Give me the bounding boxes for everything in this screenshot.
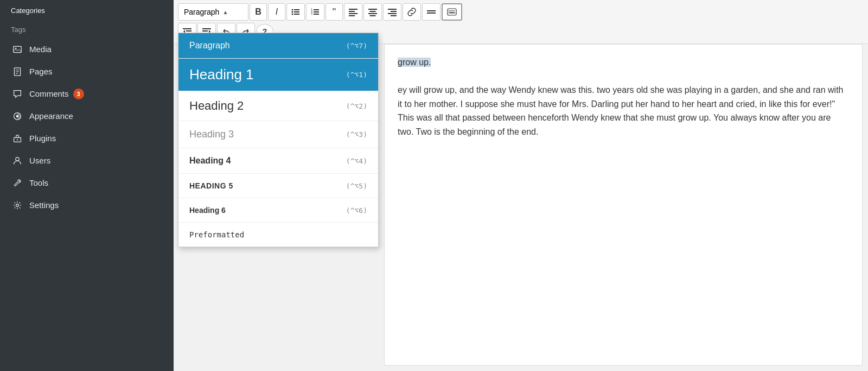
svg-rect-37	[427, 12, 436, 14]
svg-rect-30	[368, 13, 377, 14]
sidebar-item-plugins-label: Plugins	[29, 134, 56, 143]
blockquote-button[interactable]: "	[326, 3, 343, 21]
svg-rect-32	[388, 9, 397, 10]
sidebar-item-tools-label: Tools	[29, 178, 48, 187]
svg-point-1	[15, 48, 16, 49]
svg-rect-51	[202, 30, 208, 32]
unordered-list-button[interactable]	[286, 3, 305, 21]
svg-rect-47	[186, 30, 192, 32]
dropdown-item-paragraph[interactable]: Paragraph (^⌥7)	[178, 33, 378, 59]
sidebar-item-appearance[interactable]: Appearance	[0, 105, 174, 127]
italic-button[interactable]: I	[268, 3, 285, 21]
dropdown-item-heading2[interactable]: Heading 2 (^⌥2)	[178, 91, 378, 121]
editor-paragraph: grow up.	[398, 55, 849, 70]
sidebar-item-pages[interactable]: Pages	[0, 60, 174, 83]
dropdown-preformatted-label: Preformatted	[189, 230, 244, 239]
svg-point-12	[292, 9, 293, 11]
comments-badge: 3	[73, 89, 84, 99]
svg-point-16	[292, 14, 293, 15]
dropdown-heading3-label: Heading 3	[189, 129, 234, 140]
svg-rect-0	[14, 47, 21, 53]
svg-rect-21	[314, 11, 319, 12]
svg-rect-35	[391, 15, 397, 16]
svg-rect-25	[349, 11, 355, 12]
dropdown-heading2-label: Heading 2	[189, 99, 244, 113]
svg-rect-31	[370, 15, 376, 16]
highlighted-text: grow up.	[398, 58, 431, 67]
dropdown-heading6-shortcut: (^⌥6)	[346, 206, 367, 215]
svg-point-14	[292, 11, 293, 13]
ordered-list-button[interactable]: 1.2.3.	[306, 3, 324, 21]
users-icon	[11, 155, 24, 166]
svg-rect-29	[370, 11, 376, 12]
plugins-icon	[11, 133, 24, 144]
svg-rect-13	[294, 9, 299, 10]
svg-rect-23	[314, 14, 319, 15]
sidebar-section-tags[interactable]: Tags	[0, 19, 174, 38]
svg-rect-15	[294, 11, 299, 12]
format-dropdown-menu: Paragraph (^⌥7) Heading 1 (^⌥1) Heading …	[178, 33, 379, 247]
dropdown-arrow-icon: ▲	[222, 9, 228, 15]
appearance-icon	[11, 110, 24, 122]
align-left-button[interactable]	[344, 3, 362, 21]
svg-point-7	[16, 115, 19, 118]
sidebar-item-media-label: Media	[29, 45, 52, 54]
svg-rect-34	[388, 13, 397, 14]
sidebar-item-settings[interactable]: Settings	[0, 194, 174, 216]
dropdown-heading1-label: Heading 1	[189, 66, 254, 83]
svg-rect-26	[349, 13, 358, 14]
pages-icon	[11, 66, 24, 77]
dropdown-item-preformatted[interactable]: Preformatted	[178, 223, 378, 247]
dropdown-item-heading6[interactable]: Heading 6 (^⌥6)	[178, 198, 378, 223]
main-content: Paragraph ▲ B I 1.2.3. "	[174, 0, 868, 371]
sidebar-item-comments[interactable]: Comments 3	[0, 83, 174, 105]
link-button[interactable]	[403, 3, 421, 21]
editor-content-area[interactable]: grow up. ey will grow up, and the way We…	[384, 44, 863, 366]
svg-text:3.: 3.	[311, 12, 313, 15]
dropdown-heading6-label: Heading 6	[189, 206, 226, 215]
toolbar-row-1: Paragraph ▲ B I 1.2.3. "	[178, 3, 864, 21]
svg-rect-24	[349, 9, 358, 10]
paragraph-format-dropdown[interactable]: Paragraph ▲	[178, 3, 248, 21]
svg-rect-38	[448, 9, 456, 15]
sidebar-item-appearance-label: Appearance	[29, 111, 73, 121]
svg-rect-36	[427, 10, 436, 11]
comments-icon	[11, 88, 24, 99]
svg-rect-27	[349, 15, 355, 16]
sidebar-item-tools[interactable]: Tools	[0, 172, 174, 194]
dropdown-heading5-shortcut: (^⌥5)	[346, 182, 367, 190]
dropdown-paragraph-shortcut: (^⌥7)	[346, 42, 367, 50]
svg-rect-50	[202, 28, 211, 29]
settings-icon	[11, 199, 24, 211]
dropdown-heading4-shortcut: (^⌥4)	[346, 157, 367, 165]
sidebar-item-users-label: Users	[29, 156, 50, 165]
align-right-button[interactable]	[383, 3, 401, 21]
sidebar-item-comments-label: Comments	[29, 89, 69, 98]
sidebar-item-settings-label: Settings	[29, 200, 59, 210]
dropdown-item-heading5[interactable]: HEADING 5 (^⌥5)	[178, 174, 378, 198]
dropdown-heading5-label: HEADING 5	[189, 181, 233, 190]
sidebar-item-users[interactable]: Users	[0, 149, 174, 172]
more-button[interactable]	[422, 3, 441, 21]
editor-paragraph-2: ey will grow up, and the way Wendy knew …	[398, 83, 849, 139]
tools-icon	[11, 177, 24, 188]
keyboard-shortcut-button[interactable]	[442, 3, 462, 21]
dropdown-item-heading3[interactable]: Heading 3 (^⌥3)	[178, 121, 378, 148]
dropdown-item-heading1[interactable]: Heading 1 (^⌥1)	[178, 59, 378, 91]
dropdown-heading3-shortcut: (^⌥3)	[346, 130, 367, 139]
paragraph-dropdown-label: Paragraph	[184, 8, 219, 16]
media-icon	[11, 43, 24, 55]
svg-point-10	[16, 158, 19, 161]
bold-button[interactable]: B	[250, 3, 267, 21]
dropdown-heading2-shortcut: (^⌥2)	[346, 102, 367, 110]
sidebar: Categories Tags Media Pages Comments 3 A…	[0, 0, 174, 371]
sidebar-item-plugins[interactable]: Plugins	[0, 127, 174, 149]
sidebar-item-media[interactable]: Media	[0, 38, 174, 60]
svg-rect-46	[183, 28, 192, 29]
dropdown-heading1-shortcut: (^⌥1)	[346, 71, 367, 79]
sidebar-item-pages-label: Pages	[29, 67, 53, 76]
svg-point-11	[16, 204, 19, 207]
align-center-button[interactable]	[363, 3, 382, 21]
dropdown-item-heading4[interactable]: Heading 4 (^⌥4)	[178, 148, 378, 174]
sidebar-section-categories[interactable]: Categories	[0, 0, 174, 19]
